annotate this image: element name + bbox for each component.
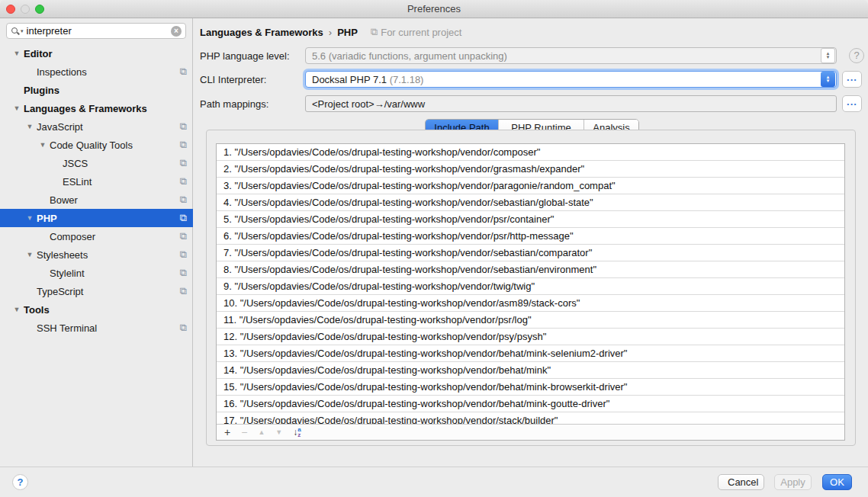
sidebar-item-label: Inspections — [37, 66, 87, 78]
search-match-icon: ⧉ — [180, 248, 187, 261]
language-level-value: 5.6 (variadic functions, argument unpack… — [306, 50, 821, 62]
cancel-button[interactable]: Cancel — [718, 474, 764, 490]
path-mappings-label: Path mappings: — [200, 98, 303, 110]
path-mappings-browse-button[interactable]: ... — [842, 95, 862, 112]
ok-button[interactable]: OK — [822, 474, 852, 490]
sidebar-item-tools[interactable]: ▼Tools — [0, 300, 193, 319]
list-toolbar: + − ▲ ▼ ↓ az — [217, 424, 844, 440]
include-path-row[interactable]: 6. "/Users/opdavies/Code/os/drupal-testi… — [217, 228, 844, 245]
path-mappings-field[interactable]: <Project root>→/var/www — [305, 95, 837, 112]
include-path-row[interactable]: 16. "/Users/opdavies/Code/os/drupal-test… — [217, 396, 844, 412]
settings-sidebar: ▾ interpreter × ▼EditorInspections⧉Plugi… — [0, 18, 193, 467]
sidebar-item-label: Plugins — [24, 85, 59, 96]
sidebar-item-label: JSCS — [63, 158, 88, 169]
include-path-row[interactable]: 5. "/Users/opdavies/Code/os/drupal-testi… — [217, 211, 844, 228]
sidebar-item-composer[interactable]: Composer⧉ — [0, 227, 193, 245]
search-value[interactable]: interpreter — [27, 25, 171, 37]
cli-interpreter-browse-button[interactable]: ... — [842, 71, 862, 88]
search-match-icon: ⧉ — [180, 194, 187, 206]
sidebar-item-label: Bower — [50, 194, 78, 206]
include-path-row[interactable]: 7. "/Users/opdavies/Code/os/drupal-testi… — [217, 245, 844, 261]
expand-arrow-icon[interactable]: ▼ — [10, 50, 24, 57]
clear-search-icon[interactable]: × — [171, 26, 182, 37]
sidebar-item-javascript[interactable]: ▼JavaScript⧉ — [0, 117, 193, 136]
include-path-row[interactable]: 8. "/Users/opdavies/Code/os/drupal-testi… — [217, 261, 844, 278]
include-path-row[interactable]: 13. "/Users/opdavies/Code/os/drupal-test… — [217, 345, 844, 362]
include-path-list: 1. "/Users/opdavies/Code/os/drupal-testi… — [217, 144, 844, 424]
sidebar-item-editor[interactable]: ▼Editor — [0, 44, 193, 63]
cli-interpreter-value: Docksal PHP 7.1 (7.1.18) — [306, 74, 821, 85]
sidebar-item-stylelint[interactable]: Stylelint⧉ — [0, 264, 193, 282]
expand-arrow-icon[interactable]: ▼ — [10, 104, 24, 112]
settings-search-input[interactable]: ▾ interpreter × — [6, 23, 186, 39]
include-path-row[interactable]: 2. "/Users/opdavies/Code/os/drupal-testi… — [217, 161, 844, 178]
search-match-icon: ⧉ — [180, 212, 187, 224]
apply-button[interactable]: Apply — [774, 474, 812, 490]
help-button[interactable]: ? — [12, 474, 28, 490]
sidebar-item-bower[interactable]: Bower⧉ — [0, 191, 193, 209]
include-path-row[interactable]: 10. "/Users/opdavies/Code/os/drupal-test… — [217, 295, 844, 312]
sidebar-item-typescript[interactable]: TypeScript⧉ — [0, 282, 193, 300]
add-path-icon[interactable]: + — [224, 427, 230, 438]
sidebar-item-label: PHP — [37, 213, 57, 224]
language-level-label: PHP language level: — [200, 50, 303, 62]
sort-alphabetically-icon[interactable]: ↓ az — [293, 427, 301, 438]
expand-arrow-icon[interactable]: ▼ — [23, 123, 37, 130]
include-path-row[interactable]: 17. "/Users/opdavies/Code/os/drupal-test… — [217, 412, 844, 424]
cli-interpreter-select[interactable]: Docksal PHP 7.1 (7.1.18) ▲▼ — [305, 71, 837, 88]
language-level-select[interactable]: 5.6 (variadic functions, argument unpack… — [305, 47, 837, 64]
breadcrumb: Languages & Frameworks › PHP ⧉ For curre… — [200, 26, 461, 38]
expand-arrow-icon[interactable]: ▼ — [23, 251, 37, 258]
sidebar-item-label: Composer — [50, 231, 95, 242]
cli-interpreter-stepper-icon[interactable]: ▲▼ — [821, 72, 835, 87]
sidebar-item-label: Languages & Frameworks — [24, 103, 147, 114]
sidebar-item-label: ESLint — [63, 176, 92, 188]
include-path-row[interactable]: 3. "/Users/opdavies/Code/os/drupal-testi… — [217, 178, 844, 194]
sidebar-item-label: Tools — [24, 304, 50, 316]
search-match-icon: ⧉ — [180, 322, 187, 334]
project-scope-icon: ⧉ — [371, 26, 378, 38]
search-history-caret-icon[interactable]: ▾ — [21, 28, 24, 34]
sidebar-item-languages-frameworks[interactable]: ▼Languages & Frameworks — [0, 99, 193, 117]
sidebar-item-label: Editor — [24, 48, 53, 59]
language-level-stepper-icon[interactable]: ▲▼ — [821, 48, 835, 63]
window-title: Preferences — [0, 3, 868, 14]
include-path-row[interactable]: 11. "/Users/opdavies/Code/os/drupal-test… — [217, 312, 844, 329]
include-path-row[interactable]: 15. "/Users/opdavies/Code/os/drupal-test… — [217, 379, 844, 396]
preferences-window: Preferences ▾ interpreter × ▼EditorInspe… — [0, 0, 868, 497]
move-down-icon[interactable]: ▼ — [275, 427, 282, 438]
search-match-icon: ⧉ — [180, 267, 187, 279]
include-path-row[interactable]: 12. "/Users/opdavies/Code/os/drupal-test… — [217, 329, 844, 345]
search-match-icon: ⧉ — [180, 175, 187, 188]
sidebar-item-code-quality-tools[interactable]: ▼Code Quality Tools⧉ — [0, 136, 193, 154]
sidebar-item-stylesheets[interactable]: ▼Stylesheets⧉ — [0, 245, 193, 264]
search-match-icon: ⧉ — [180, 139, 187, 151]
sidebar-item-label: TypeScript — [37, 286, 83, 297]
include-path-row[interactable]: 14. "/Users/opdavies/Code/os/drupal-test… — [217, 362, 844, 379]
search-match-icon: ⧉ — [180, 230, 187, 242]
sidebar-item-inspections[interactable]: Inspections⧉ — [0, 63, 193, 81]
sidebar-item-jscs[interactable]: JSCS⧉ — [0, 154, 193, 172]
search-match-icon: ⧉ — [180, 285, 187, 297]
search-icon — [11, 27, 20, 36]
search-match-icon: ⧉ — [180, 66, 187, 78]
settings-tree: ▼EditorInspections⧉Plugins▼Languages & F… — [0, 44, 193, 337]
include-path-row[interactable]: 9. "/Users/opdavies/Code/os/drupal-testi… — [217, 278, 844, 295]
breadcrumb-parent[interactable]: Languages & Frameworks — [200, 27, 323, 38]
sidebar-item-php[interactable]: ▼PHP⧉ — [0, 209, 193, 227]
expand-arrow-icon[interactable]: ▼ — [10, 306, 24, 313]
expand-arrow-icon[interactable]: ▼ — [36, 141, 50, 149]
sidebar-item-eslint[interactable]: ESLint⧉ — [0, 172, 193, 191]
dialog-footer: ? Cancel Apply OK — [0, 467, 868, 497]
sidebar-item-ssh-terminal[interactable]: SSH Terminal⧉ — [0, 319, 193, 337]
remove-path-icon[interactable]: − — [241, 427, 247, 438]
search-match-icon: ⧉ — [180, 157, 187, 169]
titlebar: Preferences — [0, 0, 868, 18]
sidebar-item-plugins[interactable]: Plugins — [0, 81, 193, 99]
include-path-row[interactable]: 1. "/Users/opdavies/Code/os/drupal-testi… — [217, 144, 844, 161]
move-up-icon[interactable]: ▲ — [258, 427, 265, 438]
include-path-row[interactable]: 4. "/Users/opdavies/Code/os/drupal-testi… — [217, 194, 844, 211]
sidebar-item-label: Stylesheets — [37, 249, 88, 261]
help-context-icon[interactable]: ? — [849, 48, 864, 63]
expand-arrow-icon[interactable]: ▼ — [23, 214, 37, 222]
